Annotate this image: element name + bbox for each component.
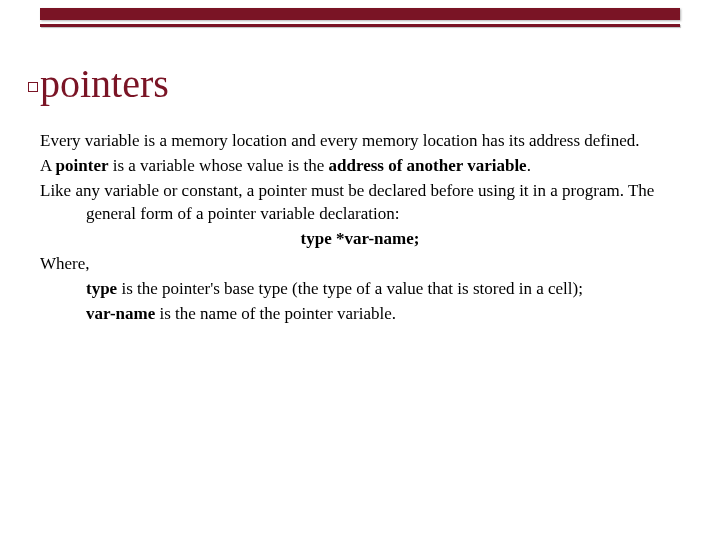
text: .	[527, 156, 531, 175]
bold-address: address of another variable	[328, 156, 526, 175]
paragraph-1: Every variable is a memory location and …	[40, 130, 680, 153]
varname-line: var-name is the name of the pointer vari…	[40, 303, 680, 326]
text: is a variable whose value is the	[108, 156, 328, 175]
type-line: type is the pointer's base type (the typ…	[40, 278, 680, 301]
title-bullet-icon	[28, 82, 38, 92]
bold-varname: var-name	[86, 304, 155, 323]
bold-type: type	[86, 279, 117, 298]
where-label: Where,	[40, 253, 680, 276]
bar-thin	[40, 24, 680, 27]
slide-title: pointers	[40, 60, 169, 107]
decorative-bars	[40, 8, 680, 27]
paragraph-3: Like any variable or constant, a pointer…	[40, 180, 680, 226]
bar-thick	[40, 8, 680, 20]
text: A	[40, 156, 56, 175]
text: is the name of the pointer variable.	[155, 304, 396, 323]
declaration-line: type *var-name;	[40, 228, 680, 251]
text: is the pointer's base type (the type of …	[117, 279, 583, 298]
body-content: Every variable is a memory location and …	[40, 130, 680, 328]
bold-pointer: pointer	[56, 156, 109, 175]
paragraph-2: A pointer is a variable whose value is t…	[40, 155, 680, 178]
